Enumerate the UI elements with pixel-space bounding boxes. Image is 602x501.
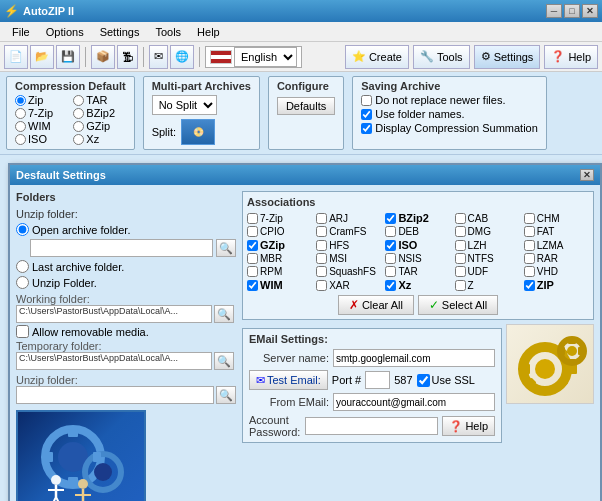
assoc-lzma-check[interactable] — [524, 240, 535, 251]
assoc-wim-check[interactable] — [247, 280, 258, 291]
last-archive-radio[interactable] — [16, 260, 29, 273]
assoc-dmg-label: DMG — [468, 226, 491, 237]
assoc-zip-label: ZIP — [537, 279, 554, 291]
assoc-dmg-check[interactable] — [455, 226, 466, 237]
svg-point-3 — [94, 463, 112, 481]
assoc-vhd-check[interactable] — [524, 266, 535, 277]
test-email-button[interactable]: ✉ Test Email: — [249, 370, 328, 390]
help-button2[interactable]: ❓ Help — [442, 416, 495, 436]
open-archive-radio[interactable] — [16, 223, 29, 236]
assoc-gzip-check[interactable] — [247, 240, 258, 251]
use-folder-names-check[interactable] — [361, 109, 372, 120]
wim-radio[interactable] — [15, 121, 26, 132]
from-input[interactable] — [333, 393, 495, 411]
assoc-bzip2-check[interactable] — [385, 213, 396, 224]
assoc-chm-check[interactable] — [524, 213, 535, 224]
zip-radio[interactable] — [15, 95, 26, 106]
clear-all-button[interactable]: ✗ Clear All — [338, 295, 414, 315]
assoc-tar-check[interactable] — [385, 266, 396, 277]
maximize-button[interactable]: □ — [564, 4, 580, 18]
unzip-folder-label: Unzip folder: — [16, 208, 236, 220]
7zip-radio[interactable] — [15, 108, 26, 119]
bzip2-radio[interactable] — [73, 108, 84, 119]
toolbar-open-btn[interactable]: 📂 — [30, 45, 54, 69]
temp-browse-btn[interactable]: 🔍 — [214, 352, 234, 370]
toolbar-new-btn[interactable]: 📄 — [4, 45, 28, 69]
assoc-7zip-check[interactable] — [247, 213, 258, 224]
assoc-iso-check[interactable] — [385, 240, 396, 251]
display-compression-check[interactable] — [361, 123, 372, 134]
assoc-rar-check[interactable] — [524, 253, 535, 264]
assoc-udf-check[interactable] — [455, 266, 466, 277]
assoc-cpio-check[interactable] — [247, 226, 258, 237]
port-input[interactable] — [365, 371, 390, 389]
menu-file[interactable]: File — [4, 24, 38, 40]
email-gears-row: EMail Settings: Server name: ✉ Test Emai… — [242, 324, 594, 443]
toolbar-btn2[interactable]: 📦 — [91, 45, 115, 69]
assoc-xar-check[interactable] — [316, 280, 327, 291]
toolbar-save-btn[interactable]: 💾 — [56, 45, 80, 69]
language-selector[interactable]: English — [205, 46, 302, 68]
toolbar-email-btn[interactable]: ✉ — [149, 45, 168, 69]
split-dropdown[interactable]: No Split — [152, 95, 217, 115]
email-title: EMail Settings: — [249, 333, 495, 345]
assoc-cramfs-label: CramFS — [329, 226, 366, 237]
assoc-mbr-check[interactable] — [247, 253, 258, 264]
assoc-deb: DEB — [385, 226, 450, 237]
menu-options[interactable]: Options — [38, 24, 92, 40]
minimize-button[interactable]: ─ — [546, 4, 562, 18]
assoc-squashfs-check[interactable] — [316, 266, 327, 277]
open-archive-option: Open archive folder. — [16, 223, 236, 236]
assoc-arj-check[interactable] — [316, 213, 327, 224]
server-input[interactable] — [333, 349, 495, 367]
toolbar-right: ⭐ Create 🔧 Tools ⚙ Settings ❓ Help — [345, 45, 598, 69]
compression-group: Compression Default Zip TAR 7-Zip BZip2 … — [6, 76, 135, 150]
assoc-msi-check[interactable] — [316, 253, 327, 264]
tar-radio[interactable] — [73, 95, 84, 106]
assoc-rpm-check[interactable] — [247, 266, 258, 277]
select-all-button[interactable]: ✓ Select All — [418, 295, 498, 315]
assoc-zip-check[interactable] — [524, 280, 535, 291]
open-archive-input[interactable] — [30, 239, 213, 257]
toolbar-btn3[interactable]: 🗜 — [117, 45, 138, 69]
defaults-button[interactable]: Defaults — [277, 97, 335, 115]
menu-tools[interactable]: Tools — [147, 24, 189, 40]
allow-removable-check[interactable] — [16, 325, 29, 338]
toolbar-web-btn[interactable]: 🌐 — [170, 45, 194, 69]
no-replace-newer-check[interactable] — [361, 95, 372, 106]
language-dropdown[interactable]: English — [234, 47, 297, 67]
assoc-z-check[interactable] — [455, 280, 466, 291]
menu-help[interactable]: Help — [189, 24, 228, 40]
svg-rect-21 — [540, 387, 550, 394]
tools-button[interactable]: 🔧 Tools — [413, 45, 470, 69]
assoc-cramfs-check[interactable] — [316, 226, 327, 237]
working-browse-btn[interactable]: 🔍 — [214, 305, 234, 323]
help-button[interactable]: ❓ Help — [544, 45, 598, 69]
unzip-subfolder-browse-btn[interactable]: 🔍 — [216, 386, 236, 404]
assoc-deb-check[interactable] — [385, 226, 396, 237]
assoc-cab-check[interactable] — [455, 213, 466, 224]
close-button[interactable]: ✕ — [582, 4, 598, 18]
account-input[interactable] — [305, 417, 438, 435]
menu-settings[interactable]: Settings — [92, 24, 148, 40]
assoc-xz-check[interactable] — [385, 280, 396, 291]
saving-option1: Do not replace newer files. — [361, 94, 538, 106]
create-button[interactable]: ⭐ Create — [345, 45, 409, 69]
assoc-hfs-check[interactable] — [316, 240, 327, 251]
iso-radio[interactable] — [15, 134, 26, 145]
assoc-ntfs-check[interactable] — [455, 253, 466, 264]
unzip-folder-radio[interactable] — [16, 276, 29, 289]
unzip-subfolder-input[interactable] — [16, 386, 214, 404]
toolbar-separator — [85, 47, 86, 67]
assoc-nsis-check[interactable] — [385, 253, 396, 264]
xz-radio[interactable] — [73, 134, 84, 145]
open-archive-browse-btn[interactable]: 🔍 — [216, 239, 236, 257]
assoc-lzh-check[interactable] — [455, 240, 466, 251]
gzip-radio[interactable] — [73, 121, 84, 132]
server-label: Server name: — [249, 352, 329, 364]
assoc-fat-check[interactable] — [524, 226, 535, 237]
browse4-icon: 🔍 — [219, 389, 233, 402]
settings-button[interactable]: ⚙ Settings — [474, 45, 541, 69]
dialog-close-button[interactable]: ✕ — [580, 169, 594, 181]
ssl-check[interactable] — [417, 374, 430, 387]
